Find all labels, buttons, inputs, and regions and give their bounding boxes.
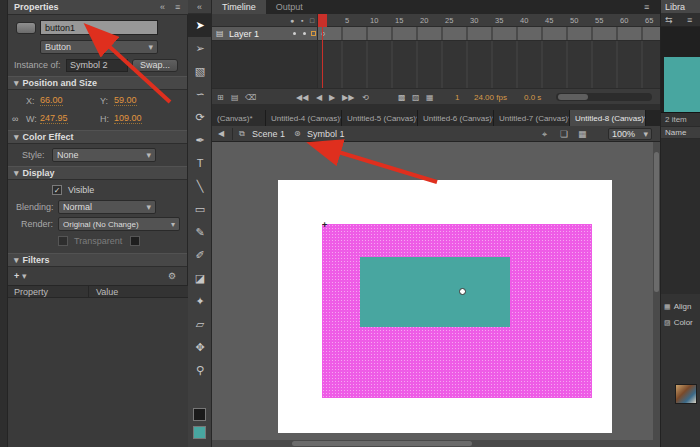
link-wh-icon[interactable]: ∞ bbox=[12, 114, 18, 124]
show-hide-all-layers-icon[interactable]: ● bbox=[290, 17, 294, 24]
tab-output[interactable]: Output bbox=[266, 0, 313, 14]
instance-name-field[interactable]: button1 bbox=[40, 20, 158, 35]
layer1-frame-strip[interactable]: ○ bbox=[318, 27, 660, 41]
pen-tool[interactable]: ✒ bbox=[188, 129, 212, 152]
pencil-tool[interactable]: ✎ bbox=[188, 221, 212, 244]
timeline-panel-menu-icon[interactable]: ≡ bbox=[644, 2, 649, 12]
edit-multiple-frames-button[interactable]: ▦ bbox=[426, 93, 434, 102]
text-tool[interactable]: T bbox=[188, 152, 212, 175]
delete-layer-button[interactable]: ⌫ bbox=[245, 93, 256, 102]
zoom-level-dropdown[interactable]: 100% ▾ bbox=[608, 128, 652, 140]
filter-dropdown-icon[interactable]: ▾ bbox=[22, 271, 27, 281]
document-tab[interactable]: Untitled-4 (Canvas)* bbox=[266, 110, 342, 126]
frame-number[interactable]: 60 bbox=[620, 16, 628, 25]
frame-number[interactable]: 5 bbox=[345, 16, 349, 25]
x-value[interactable]: 66.00 bbox=[40, 95, 63, 106]
document-tab[interactable]: (Canvas)* bbox=[212, 110, 266, 126]
brush-tool[interactable]: ✐ bbox=[188, 244, 212, 267]
panel-menu-icon[interactable]: ≡ bbox=[175, 2, 180, 12]
frame-number[interactable]: 30 bbox=[470, 16, 478, 25]
frame-number[interactable]: 45 bbox=[545, 16, 553, 25]
layer-outline-swatch[interactable] bbox=[311, 31, 316, 36]
filter-options-icon[interactable]: ⚙ bbox=[168, 271, 176, 281]
new-layer-button[interactable]: ⊞ bbox=[217, 93, 224, 102]
play-button[interactable]: ▶ bbox=[329, 93, 335, 102]
stage-h-scrollbar[interactable] bbox=[212, 440, 653, 447]
h-value[interactable]: 109.00 bbox=[114, 113, 142, 124]
frame-rate-indicator[interactable]: 24.00 fps bbox=[474, 93, 507, 102]
transparent-checkbox[interactable] bbox=[58, 236, 68, 246]
library-menu-icon[interactable]: ≡ bbox=[687, 15, 692, 25]
library-name-column-header[interactable]: Name bbox=[661, 126, 700, 139]
document-tab[interactable]: Untitled-8 (Canvas)*× bbox=[570, 110, 646, 126]
style-dropdown[interactable]: None ▾ bbox=[52, 148, 156, 162]
frame-number[interactable]: 20 bbox=[420, 16, 428, 25]
stage[interactable]: + bbox=[278, 180, 612, 433]
go-to-first-frame-button[interactable]: ◀◀ bbox=[296, 93, 308, 102]
rotation-3d-tool[interactable]: ⟳ bbox=[188, 106, 212, 129]
zoom-tool[interactable]: ⚲ bbox=[188, 359, 212, 382]
blending-dropdown[interactable]: Normal ▾ bbox=[58, 200, 156, 214]
breadcrumb-symbol[interactable]: Symbol 1 bbox=[307, 129, 345, 139]
w-value[interactable]: 247.95 bbox=[40, 113, 68, 124]
stage-v-scrollbar[interactable] bbox=[653, 142, 660, 447]
loop-button[interactable]: ⟲ bbox=[362, 93, 369, 102]
pink-rectangle[interactable]: + bbox=[322, 224, 592, 398]
breadcrumb-scene[interactable]: Scene 1 bbox=[252, 129, 285, 139]
symbol-type-dropdown[interactable]: Button ▾ bbox=[40, 40, 158, 54]
tools-collapse-icon[interactable]: « bbox=[188, 0, 211, 14]
transparent-color-swatch[interactable] bbox=[130, 236, 140, 246]
frame-number[interactable]: 35 bbox=[495, 16, 503, 25]
section-position-and-size[interactable]: ▾ Position and Size bbox=[8, 76, 187, 90]
frame-number[interactable]: 40 bbox=[520, 16, 528, 25]
paint-bucket-tool[interactable]: ◪ bbox=[188, 267, 212, 290]
y-value[interactable]: 59.00 bbox=[114, 95, 137, 106]
frame-ruler[interactable]: 15101520253035404550556065 bbox=[318, 14, 660, 27]
center-frame-icon[interactable]: ⌖ bbox=[542, 129, 547, 140]
frame-number[interactable]: 15 bbox=[395, 16, 403, 25]
layer-row-layer1[interactable]: ▤ Layer 1 bbox=[212, 27, 318, 41]
frames-empty-area[interactable] bbox=[318, 41, 660, 88]
frame-number[interactable]: 65 bbox=[645, 16, 653, 25]
layer-visible-dot[interactable] bbox=[293, 32, 296, 35]
hand-tool[interactable]: ✥ bbox=[188, 336, 212, 359]
layer-lock-dot[interactable] bbox=[303, 32, 306, 35]
eyedropper-tool[interactable]: ✦ bbox=[188, 290, 212, 313]
document-tab[interactable]: Untitled-5 (Canvas)* bbox=[342, 110, 418, 126]
outline-all-layers-icon[interactable]: □ bbox=[310, 17, 314, 24]
eraser-tool[interactable]: ▱ bbox=[188, 313, 212, 336]
edit-symbols-icon[interactable]: ▦ bbox=[578, 129, 587, 139]
onion-skin-outlines-button[interactable]: ▨ bbox=[412, 93, 420, 102]
onion-skin-button[interactable]: ▩ bbox=[398, 93, 406, 102]
layer-name[interactable]: Layer 1 bbox=[229, 29, 259, 39]
free-transform-tool[interactable]: ▧ bbox=[188, 60, 212, 83]
fill-color-chip[interactable] bbox=[193, 426, 206, 439]
library-pin-icon[interactable]: ⇆ bbox=[665, 15, 673, 25]
selection-tool[interactable]: ➤ bbox=[188, 14, 212, 37]
frame-number[interactable]: 25 bbox=[445, 16, 453, 25]
stage-pasteboard[interactable]: + bbox=[212, 142, 660, 447]
section-color-effect[interactable]: ▾ Color Effect bbox=[8, 130, 187, 144]
render-dropdown[interactable]: Original (No Change) ▾ bbox=[58, 217, 180, 231]
align-panel-tab[interactable]: ▦ Align bbox=[661, 300, 700, 313]
document-tab[interactable]: Untitled-6 (Canvas)* bbox=[418, 110, 494, 126]
timeline-h-scrollbar-thumb[interactable] bbox=[558, 94, 588, 100]
line-tool[interactable]: ╲ bbox=[188, 175, 212, 198]
step-back-button[interactable]: ◀ bbox=[316, 93, 322, 102]
new-folder-button[interactable]: ▤ bbox=[231, 93, 239, 102]
add-filter-button[interactable]: + bbox=[14, 271, 19, 281]
visible-checkbox[interactable]: ✓ bbox=[52, 185, 62, 195]
section-filters[interactable]: ▾ Filters bbox=[8, 253, 187, 267]
library-item-list[interactable] bbox=[661, 139, 700, 294]
document-tab[interactable]: Untitled-7 (Canvas)* bbox=[494, 110, 570, 126]
section-display[interactable]: ▾ Display bbox=[8, 166, 187, 180]
frame-number[interactable]: 50 bbox=[570, 16, 578, 25]
frame-number[interactable]: 55 bbox=[595, 16, 603, 25]
back-button[interactable]: ◀ bbox=[218, 129, 224, 138]
library-bitmap-thumbnail[interactable] bbox=[675, 384, 697, 404]
step-forward-button[interactable]: ▶▶ bbox=[342, 93, 354, 102]
stage-h-scrollbar-thumb[interactable] bbox=[292, 441, 472, 446]
timeline-h-scrollbar[interactable] bbox=[556, 93, 652, 101]
lock-all-layers-icon[interactable]: ▪ bbox=[301, 17, 303, 24]
swap-button[interactable]: Swap... bbox=[132, 59, 178, 72]
